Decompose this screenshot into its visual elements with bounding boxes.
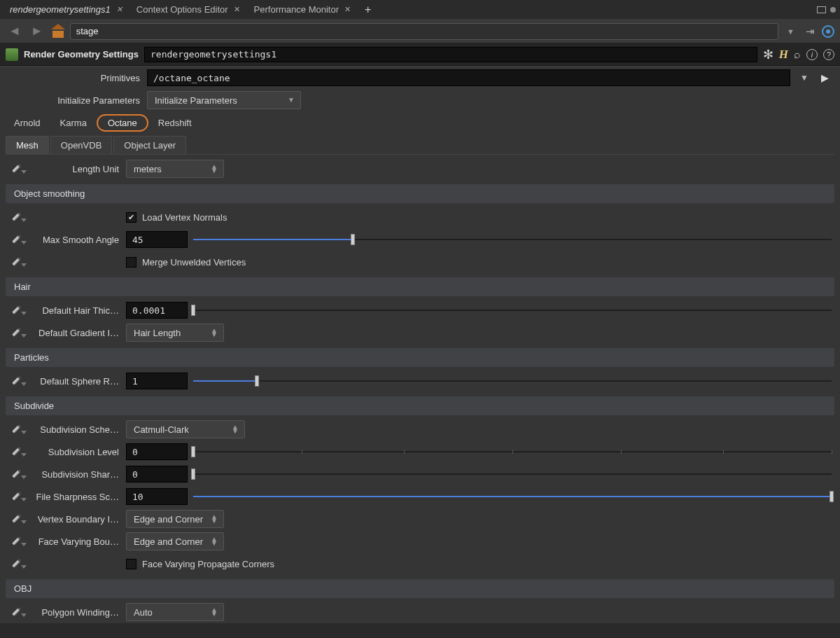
pen-icon[interactable] <box>7 301 24 319</box>
pen-icon[interactable] <box>7 253 24 270</box>
chevron-updown-icon <box>232 425 239 434</box>
section-particles[interactable]: Particles <box>6 348 834 367</box>
search-icon[interactable]: ⌕ <box>794 48 801 61</box>
init-params-dropdown[interactable]: Initialize Parameters <box>147 91 301 109</box>
length-unit-dropdown[interactable]: meters <box>126 160 224 178</box>
gear-icon[interactable]: ✻ <box>763 47 774 62</box>
pen-icon[interactable] <box>7 420 24 438</box>
node-thumb-icon <box>6 48 18 61</box>
hair-thickness-label: Default Hair Thic… <box>35 305 126 316</box>
load-normals-checkbox[interactable]: ✔ <box>126 212 136 223</box>
pane-menu-icon[interactable] <box>830 7 836 13</box>
section-object-smoothing[interactable]: Object smoothing <box>6 184 834 203</box>
hair-thickness-slider[interactable] <box>193 304 832 317</box>
pen-icon[interactable] <box>7 510 24 527</box>
pen-icon[interactable] <box>7 230 24 248</box>
subd-scheme-dropdown[interactable]: Catmull-Clark <box>126 420 245 438</box>
merge-unwelded-label: Merge Unwelded Vertices <box>142 257 246 268</box>
help-icon[interactable]: ? <box>823 49 834 60</box>
chevron-down-icon <box>288 98 295 102</box>
target-icon[interactable] <box>822 25 834 38</box>
tab-karma[interactable]: Karma <box>50 114 97 132</box>
row-vertex-boundary: Vertex Boundary I… Edge and Corner <box>0 508 840 530</box>
gradient-interp-label: Default Gradient I… <box>35 328 126 338</box>
pen-icon[interactable] <box>7 603 24 620</box>
houdini-h-icon[interactable]: H <box>779 48 788 62</box>
primitives-select-icon[interactable]: ▶ <box>818 72 832 83</box>
section-obj[interactable]: OBJ <box>6 579 834 598</box>
close-icon[interactable]: ✕ <box>344 5 351 14</box>
row-polygon-winding: Polygon Winding… Auto <box>0 601 840 623</box>
row-default-sphere-radius: Default Sphere R… <box>0 370 840 392</box>
section-subdivide[interactable]: Subdivide <box>6 396 834 415</box>
chevron-updown-icon <box>211 515 218 523</box>
primitives-input[interactable] <box>147 69 790 86</box>
pen-icon[interactable] <box>7 555 24 572</box>
pen-icon[interactable] <box>7 324 24 341</box>
top-tab-strip: rendergeometrysettings1 ✕ Context Option… <box>0 0 840 20</box>
poly-winding-label: Polygon Winding… <box>35 607 126 618</box>
gradient-interp-dropdown[interactable]: Hair Length <box>126 324 224 342</box>
close-icon[interactable]: ✕ <box>234 5 240 14</box>
pen-icon[interactable] <box>7 372 24 389</box>
row-primitives: Primitives ▼ ▶ <box>0 67 840 89</box>
hair-thickness-input[interactable] <box>126 302 188 319</box>
row-subdivision-scheme: Subdivision Sche… Catmull-Clark <box>0 418 840 441</box>
primitives-dropdown-icon[interactable]: ▼ <box>796 73 813 83</box>
section-hair[interactable]: Hair <box>6 277 834 296</box>
subd-sharp-input[interactable] <box>126 466 188 483</box>
tab-object-layer[interactable]: Object Layer <box>113 136 186 154</box>
node-name-input[interactable] <box>144 47 757 62</box>
pen-icon[interactable] <box>7 208 24 226</box>
row-file-sharpness-scale: File Sharpness Sc… <box>0 485 840 508</box>
pen-icon[interactable] <box>7 487 24 505</box>
max-smooth-slider[interactable] <box>193 233 832 246</box>
path-input[interactable] <box>70 23 778 40</box>
tab-octane[interactable]: Octane <box>97 114 148 132</box>
tab-context-options[interactable]: Context Options Editor ✕ <box>130 1 247 18</box>
face-propagate-checkbox[interactable] <box>126 559 136 569</box>
load-normals-label: Load Vertex Normals <box>142 212 227 223</box>
vertex-boundary-dropdown[interactable]: Edge and Corner <box>126 510 224 528</box>
file-sharp-slider[interactable] <box>193 490 832 503</box>
max-smooth-input[interactable] <box>126 231 188 248</box>
node-header: Render Geometry Settings ✻ H ⌕ i ? <box>0 43 840 66</box>
add-tab-button[interactable]: + <box>358 4 378 16</box>
parameter-pane: Primitives ▼ ▶ Initialize Parameters Ini… <box>0 66 840 623</box>
sphere-radius-input[interactable] <box>126 373 188 389</box>
subd-level-input[interactable] <box>126 443 188 460</box>
pin-icon[interactable]: ⇥ <box>803 25 818 38</box>
stage-icon[interactable] <box>50 25 66 38</box>
subd-level-slider[interactable] <box>193 445 832 458</box>
face-boundary-dropdown[interactable]: Edge and Corner <box>126 532 224 550</box>
pen-icon[interactable] <box>7 465 24 483</box>
merge-unwelded-checkbox[interactable] <box>126 257 136 268</box>
nav-bar: ◄ ► ▼ ⇥ <box>0 20 840 43</box>
poly-winding-dropdown[interactable]: Auto <box>126 603 224 621</box>
tab-rendergeometrysettings[interactable]: rendergeometrysettings1 ✕ <box>3 1 130 18</box>
subd-sharp-slider[interactable] <box>193 468 832 480</box>
back-button[interactable]: ◄ <box>6 24 24 39</box>
dropdown-value: Edge and Corner <box>134 536 203 547</box>
pen-icon[interactable] <box>7 160 24 177</box>
path-dropdown-icon[interactable]: ▼ <box>783 27 799 36</box>
forward-button[interactable]: ► <box>28 24 46 39</box>
row-subdivision-level: Subdivision Level <box>0 441 840 463</box>
info-icon[interactable]: i <box>806 49 818 60</box>
dropdown-value: Hair Length <box>134 328 181 338</box>
pen-icon[interactable] <box>7 532 24 550</box>
maximize-icon[interactable] <box>817 6 826 13</box>
pen-icon[interactable] <box>7 443 24 460</box>
tab-label: Performance Monitor <box>254 4 339 15</box>
tab-label: rendergeometrysettings1 <box>10 4 111 15</box>
tab-mesh[interactable]: Mesh <box>6 136 49 154</box>
length-unit-label: Length Unit <box>35 164 126 174</box>
tab-openvdb[interactable]: OpenVDB <box>50 136 113 154</box>
sphere-radius-slider[interactable] <box>193 375 832 387</box>
file-sharp-input[interactable] <box>126 488 188 505</box>
tab-arnold[interactable]: Arnold <box>4 114 50 132</box>
tab-performance-monitor[interactable]: Performance Monitor ✕ <box>247 1 358 18</box>
tab-redshift[interactable]: Redshift <box>148 114 202 132</box>
chevron-updown-icon <box>211 537 218 546</box>
close-icon[interactable]: ✕ <box>116 5 122 14</box>
